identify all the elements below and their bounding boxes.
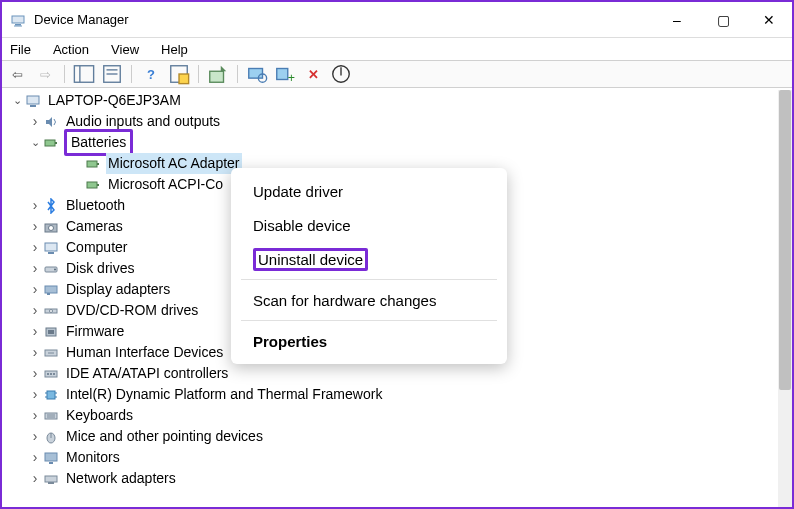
hid-icon <box>42 344 60 362</box>
computer-icon <box>42 239 60 257</box>
chevron-right-icon[interactable] <box>28 468 42 490</box>
context-menu: Update driver Disable device Uninstall d… <box>231 168 507 364</box>
svg-rect-47 <box>45 413 57 419</box>
ctx-properties[interactable]: Properties <box>231 324 507 358</box>
menu-view[interactable]: View <box>107 40 143 59</box>
tree-item-monitors[interactable]: Monitors <box>6 447 778 468</box>
chevron-right-icon[interactable] <box>28 384 42 406</box>
tree-item-mice[interactable]: Mice and other pointing devices <box>6 426 778 447</box>
tree-item-label: Network adapters <box>64 468 178 489</box>
scrollbar-thumb[interactable] <box>779 90 791 390</box>
svg-rect-13 <box>277 69 288 80</box>
toolbar: ⇦ ⇨ ? + ✕ <box>2 60 792 88</box>
ctx-update-driver[interactable]: Update driver <box>231 174 507 208</box>
disable-button[interactable] <box>330 63 352 85</box>
toolbar-separator <box>237 65 238 83</box>
svg-rect-11 <box>249 69 263 79</box>
svg-rect-55 <box>48 482 54 484</box>
tree-item-label: Mice and other pointing devices <box>64 426 265 447</box>
firmware-icon <box>42 323 60 341</box>
svg-rect-2 <box>14 25 22 26</box>
svg-rect-42 <box>47 391 55 399</box>
help-button[interactable]: ? <box>140 63 162 85</box>
svg-rect-26 <box>45 243 57 251</box>
close-button[interactable]: ✕ <box>746 2 792 37</box>
tree-item-intel[interactable]: Intel(R) Dynamic Platform and Thermal Fr… <box>6 384 778 405</box>
add-hardware-button[interactable]: + <box>274 63 296 85</box>
tree-root-label: LAPTOP-Q6EJP3AM <box>46 90 183 111</box>
action-button[interactable] <box>168 63 190 85</box>
back-button[interactable]: ⇦ <box>6 63 28 85</box>
menu-action[interactable]: Action <box>49 40 93 59</box>
menubar: File Action View Help <box>2 38 792 60</box>
mouse-icon <box>42 428 60 446</box>
svg-rect-41 <box>53 373 55 375</box>
toolbar-separator <box>198 65 199 83</box>
forward-button[interactable]: ⇨ <box>34 63 56 85</box>
monitor-icon <box>42 449 60 467</box>
chevron-right-icon[interactable] <box>28 363 42 385</box>
tree-item-label: Disk drives <box>64 258 136 279</box>
chevron-right-icon[interactable] <box>28 195 42 217</box>
chevron-right-icon[interactable] <box>28 258 42 280</box>
chevron-right-icon[interactable] <box>28 447 42 469</box>
svg-rect-22 <box>87 182 97 188</box>
chevron-right-icon[interactable] <box>28 342 42 364</box>
tree-item-label: IDE ATA/ATAPI controllers <box>64 363 230 384</box>
properties-button[interactable] <box>101 63 123 85</box>
scrollbar-track[interactable] <box>778 90 792 507</box>
tree-item-keyboards[interactable]: Keyboards <box>6 405 778 426</box>
chevron-right-icon[interactable] <box>28 279 42 301</box>
tree-item-label: Microsoft ACPI-Co <box>106 174 225 195</box>
svg-rect-31 <box>47 293 50 295</box>
maximize-button[interactable]: ▢ <box>700 2 746 37</box>
menu-file[interactable]: File <box>6 40 35 59</box>
window-controls: – ▢ ✕ <box>654 2 792 37</box>
tree-item-label: Cameras <box>64 216 125 237</box>
chevron-right-icon[interactable] <box>28 111 42 133</box>
tree-item-label: Keyboards <box>64 405 135 426</box>
battery-icon <box>84 155 102 173</box>
svg-rect-39 <box>47 373 49 375</box>
chevron-right-icon[interactable] <box>28 426 42 448</box>
scan-hardware-button[interactable] <box>246 63 268 85</box>
tree-root[interactable]: LAPTOP-Q6EJP3AM <box>6 90 778 111</box>
minimize-button[interactable]: – <box>654 2 700 37</box>
chevron-right-icon[interactable] <box>28 300 42 322</box>
svg-rect-23 <box>97 184 99 186</box>
tree-item-network[interactable]: Network adapters <box>6 468 778 489</box>
tree-item-label: Display adapters <box>64 279 172 300</box>
tree-item-label: Bluetooth <box>64 195 127 216</box>
ide-icon <box>42 365 60 383</box>
chevron-right-icon[interactable] <box>28 405 42 427</box>
toolbar-separator <box>64 65 65 83</box>
svg-rect-40 <box>50 373 52 375</box>
audio-icon <box>42 113 60 131</box>
svg-rect-54 <box>45 476 57 482</box>
svg-text:+: + <box>288 71 295 85</box>
remove-button[interactable]: ✕ <box>302 63 324 85</box>
ctx-uninstall-device[interactable]: Uninstall device <box>231 242 507 276</box>
titlebar: Device Manager – ▢ ✕ <box>2 2 792 38</box>
tree-item-ide[interactable]: IDE ATA/ATAPI controllers <box>6 363 778 384</box>
chevron-right-icon[interactable] <box>28 237 42 259</box>
tree-item-batteries[interactable]: Batteries <box>6 132 778 153</box>
chevron-right-icon[interactable] <box>28 321 42 343</box>
svg-point-25 <box>49 225 54 230</box>
chevron-down-icon[interactable] <box>10 90 24 111</box>
show-hide-tree-button[interactable] <box>73 63 95 85</box>
highlight-uninstall: Uninstall device <box>253 248 368 271</box>
ctx-disable-device[interactable]: Disable device <box>231 208 507 242</box>
chevron-down-icon[interactable] <box>28 132 42 153</box>
computer-icon <box>24 92 42 110</box>
svg-rect-19 <box>55 142 57 144</box>
tree-item-label: Monitors <box>64 447 122 468</box>
update-driver-button[interactable] <box>207 63 229 85</box>
display-adapter-icon <box>42 281 60 299</box>
ctx-item-label: Scan for hardware changes <box>253 292 436 309</box>
menu-help[interactable]: Help <box>157 40 192 59</box>
ctx-scan-hardware[interactable]: Scan for hardware changes <box>231 283 507 317</box>
chevron-right-icon[interactable] <box>28 216 42 238</box>
ctx-item-label: Properties <box>253 333 327 350</box>
tree-item-label: Microsoft AC Adapter <box>106 153 242 174</box>
